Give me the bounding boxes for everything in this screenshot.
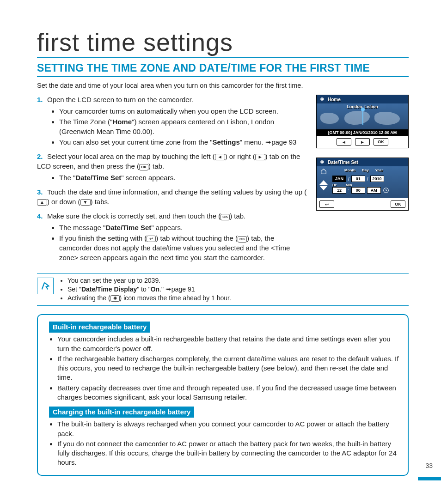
step1-bullet2: The Time Zone ("Home") screen appears ce… xyxy=(59,117,307,136)
battery-bullet: Your camcorder includes a built-in recha… xyxy=(57,334,399,353)
step-text: Open the LCD screen to turn on the camco… xyxy=(47,96,193,103)
step-number: 1. xyxy=(37,95,47,104)
note-item: Set "Date/Time Display" to "On." page 91 xyxy=(67,285,231,293)
battery-info-box: Built-in rechargeable battery Your camco… xyxy=(37,314,409,476)
arrow-icon xyxy=(165,285,172,293)
page: first time settings SETTING THE TIME ZON… xyxy=(0,0,441,494)
ampm-cell[interactable]: AM xyxy=(367,187,381,194)
step-number: 2. xyxy=(37,152,47,161)
step2-bullet1: The "Date/Time Set" screen appears. xyxy=(59,173,307,182)
battery-tag: Built-in rechargeable battery xyxy=(49,322,150,333)
note-icon xyxy=(37,278,54,294)
day-cell[interactable]: 01 xyxy=(351,176,365,182)
month-cell[interactable]: JAN xyxy=(332,176,346,182)
step1-bullet1: Your camcorder turns on automatically wh… xyxy=(59,106,307,116)
up-arrow-icon: ▲ xyxy=(37,199,47,206)
label-hr: Hr xyxy=(332,183,337,187)
charging-tag: Charging the built-in rechargeable batte… xyxy=(49,407,194,418)
note-item: Activating the (✺) icon moves the time a… xyxy=(67,294,231,302)
home-screen-title: Home xyxy=(328,97,341,102)
down-triangle-icon[interactable] xyxy=(319,186,328,190)
map-left-button[interactable]: ◄ xyxy=(337,138,351,146)
step-number: 3. xyxy=(37,187,47,197)
gear-icon xyxy=(319,159,325,165)
minute-cell[interactable]: 00 xyxy=(351,187,365,194)
step-1: 1.Open the LCD screen to turn on the cam… xyxy=(37,95,307,147)
label-month: Month xyxy=(344,168,355,172)
charging-bullet: If you do not connect the camcorder to A… xyxy=(57,439,399,468)
left-arrow-icon: ◄ xyxy=(215,154,225,160)
instructions-column: 1.Open the LCD screen to turn on the cam… xyxy=(37,95,307,267)
step-3: 3.Touch the date and time information, a… xyxy=(37,187,307,206)
intro-text: Set the date and time of your local area… xyxy=(37,82,409,89)
up-down-control[interactable] xyxy=(319,180,328,190)
step-2: 2.Select your local area on the map by t… xyxy=(37,152,307,182)
device-screens-column: Home London, Lisbon [GMT 00:00] JAN/01/2… xyxy=(316,95,409,220)
charging-bullet: The built-in battery is always recharged… xyxy=(57,419,399,438)
ok-icon: OK xyxy=(139,164,148,170)
up-triangle-icon[interactable] xyxy=(319,180,328,185)
back-icon: ↩ xyxy=(147,236,156,242)
step4-bullet2: If you finish the setting with (↩) tab w… xyxy=(59,233,307,262)
back-button[interactable]: ↩ xyxy=(319,200,334,208)
battery-bullet: Battery capacity decreases over time and… xyxy=(57,383,399,402)
right-arrow-icon: ► xyxy=(255,154,265,160)
gear-icon xyxy=(319,97,325,102)
label-day: Day xyxy=(362,168,369,172)
hour-cell[interactable]: 12 xyxy=(332,187,346,194)
home-icon xyxy=(320,168,327,175)
arrow-icon xyxy=(265,138,271,146)
label-min: Min xyxy=(346,183,352,187)
gmt-bar: [GMT 00:00] JAN/01/2010 12:00 AM xyxy=(317,129,408,136)
datetime-screen-mockup: Date/Time Set Month Day Year xyxy=(316,158,409,211)
home-screen-header: Home xyxy=(317,95,408,103)
step1-bullet3: You can also set your current time zone … xyxy=(59,137,307,147)
down-arrow-icon: ▼ xyxy=(80,199,91,206)
datetime-title: Date/Time Set xyxy=(328,160,358,165)
note-box: You can set the year up to 2039. Set "Da… xyxy=(37,273,409,306)
label-year: Year xyxy=(375,168,383,172)
datetime-header: Date/Time Set xyxy=(317,158,408,166)
page-accent-bar xyxy=(418,477,441,480)
map-right-button[interactable]: ► xyxy=(355,138,370,146)
map-marker xyxy=(362,109,363,125)
home-screen-mockup: Home London, Lisbon [GMT 00:00] JAN/01/2… xyxy=(316,95,409,148)
dst-icon: ✺ xyxy=(110,295,120,302)
datetime-ok-button[interactable]: OK xyxy=(391,200,405,208)
step4-bullet1: The message "Date/Time Set" appears. xyxy=(59,223,307,232)
map-ok-button[interactable]: OK xyxy=(374,138,388,146)
step-number: 4. xyxy=(37,211,47,221)
battery-bullet: If the rechargeable battery discharges c… xyxy=(57,354,399,383)
page-number: 33 xyxy=(425,462,433,469)
page-title: first time settings xyxy=(37,28,409,58)
section-title: SETTING THE TIME ZONE AND DATE/TIME FOR … xyxy=(37,62,409,77)
dst-icon[interactable] xyxy=(383,187,389,194)
ok-icon: OK xyxy=(220,214,230,220)
step-4: 4.Make sure the clock is correctly set, … xyxy=(37,211,307,262)
world-map: London, Lisbon xyxy=(317,103,408,129)
ok-icon: OK xyxy=(238,236,247,243)
note-item: You can set the year up to 2039. xyxy=(67,277,231,284)
year-cell[interactable]: 2010 xyxy=(370,176,384,182)
